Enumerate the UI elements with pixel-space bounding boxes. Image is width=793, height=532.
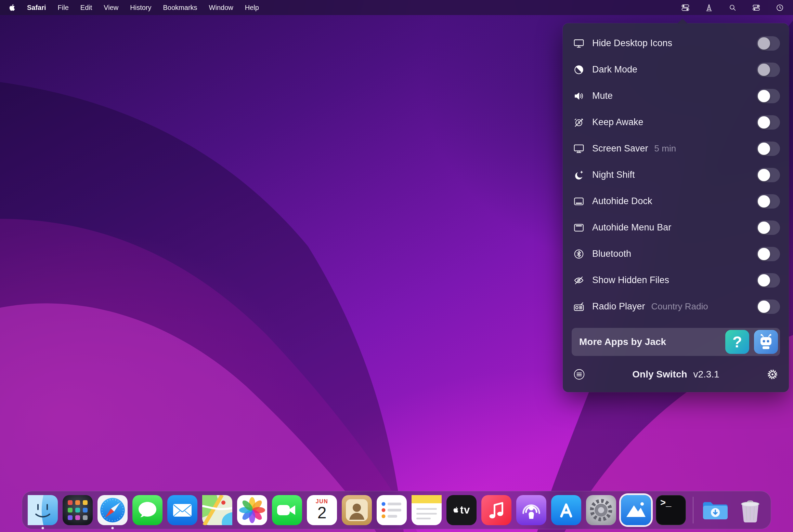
menu-view[interactable]: View <box>104 4 118 12</box>
dark-mode-toggle[interactable] <box>757 63 780 77</box>
toggle-label: Bluetooth <box>592 249 631 259</box>
show-hidden-files-toggle[interactable] <box>757 273 780 288</box>
toggle-knob <box>758 169 770 181</box>
music-dock-icon[interactable] <box>481 495 511 525</box>
radio-icon <box>572 301 586 312</box>
calendar-dock-icon[interactable]: JUN 2 <box>307 495 337 525</box>
toggle-knob <box>758 274 770 287</box>
apple-menu-icon[interactable] <box>9 4 15 11</box>
dock: JUN 2 tv <box>22 491 771 529</box>
keep-awake-icon <box>572 117 586 128</box>
toggle-knob <box>758 64 770 76</box>
only-switch-panel: Hide Desktop Icons Dark Mode Mute Keep A… <box>563 23 789 392</box>
apple-tv-logo: tv <box>446 495 477 525</box>
toggle-label: Dark Mode <box>592 64 637 75</box>
active-app-name[interactable]: Safari <box>27 4 46 12</box>
facetime-dock-icon[interactable] <box>272 495 302 525</box>
toggle-label: Autohide Menu Bar <box>592 222 671 233</box>
spotlight-search-icon[interactable] <box>728 3 737 12</box>
app-title-version: v2.3.1 <box>693 369 719 380</box>
podcasts-dock-icon[interactable] <box>516 495 546 525</box>
apple-tv-dock-icon[interactable]: tv <box>446 495 477 525</box>
photos-dock-icon[interactable] <box>237 495 267 525</box>
toggle-knob <box>758 90 770 102</box>
app-store-dock-icon[interactable] <box>551 495 581 525</box>
downloads-folder-dock-icon[interactable] <box>700 495 730 525</box>
more-apps-bar[interactable]: More Apps by Jack ? <box>572 328 780 356</box>
clock-icon[interactable] <box>776 3 784 12</box>
panel-caret <box>677 18 688 24</box>
control-center-icon[interactable] <box>752 3 760 12</box>
messages-dock-icon[interactable] <box>132 495 162 525</box>
night-shift-icon <box>572 169 586 181</box>
terminal-dock-icon[interactable]: >_ <box>656 495 686 525</box>
keep-awake-toggle[interactable] <box>757 115 780 130</box>
dark-mode-icon <box>572 64 586 76</box>
more-apps-label: More Apps by Jack <box>579 336 666 347</box>
hide-desktop-icons-toggle[interactable] <box>757 36 780 51</box>
hidden-files-icon <box>572 275 586 286</box>
menu-file[interactable]: File <box>58 4 69 12</box>
panel-menu-button[interactable] <box>572 368 587 381</box>
mountain-app-icon[interactable] <box>621 495 651 525</box>
trash-dock-icon[interactable] <box>735 495 765 525</box>
panel-footer: Only Switch v2.3.1 <box>572 365 780 383</box>
panel-row-screen-saver: Screen Saver 5 min <box>572 135 780 162</box>
app-title-name: Only Switch <box>632 369 687 380</box>
terminal-prompt-glyph: >_ <box>660 498 671 508</box>
reminders-dock-icon[interactable] <box>377 495 407 525</box>
screen-saver-icon <box>572 143 586 155</box>
panel-row-bluetooth: Bluetooth <box>572 241 780 267</box>
settings-gear-icon[interactable] <box>765 368 780 381</box>
mail-dock-icon[interactable] <box>167 495 197 525</box>
night-shift-toggle[interactable] <box>757 168 780 182</box>
autohide-dock-toggle[interactable] <box>757 194 780 209</box>
mute-toggle[interactable] <box>757 89 780 103</box>
safari-dock-icon[interactable] <box>98 495 128 525</box>
system-preferences-dock-icon[interactable] <box>586 495 616 525</box>
panel-row-radio-player: Radio Player Country Radio <box>572 293 780 320</box>
antenna-icon[interactable] <box>705 3 713 12</box>
finder-dock-icon[interactable] <box>28 495 58 525</box>
calendar-day: 2 <box>307 503 337 522</box>
notes-dock-icon[interactable] <box>412 495 442 525</box>
launchpad-dock-icon[interactable] <box>63 495 93 525</box>
autohide-dock-icon <box>572 196 586 207</box>
toggle-knob <box>758 222 770 234</box>
toggle-knob <box>758 248 770 260</box>
contacts-dock-icon[interactable] <box>342 495 372 525</box>
toggle-label: Hide Desktop Icons <box>592 38 672 49</box>
toggle-knob <box>758 143 770 155</box>
menu-edit[interactable]: Edit <box>80 4 92 12</box>
screen-saver-value: 5 min <box>654 143 676 154</box>
panel-row-show-hidden-files: Show Hidden Files <box>572 267 780 293</box>
display-icon <box>572 38 586 49</box>
bluetooth-toggle[interactable] <box>757 247 780 261</box>
question-app-icon[interactable]: ? <box>725 330 749 354</box>
toggle-knob <box>758 116 770 129</box>
toggle-label: Night Shift <box>592 170 635 180</box>
radio-player-toggle[interactable] <box>757 300 780 314</box>
radio-station-value: Country Radio <box>651 301 708 312</box>
menu-help[interactable]: Help <box>245 4 259 12</box>
toggle-label: Autohide Dock <box>592 196 652 207</box>
toggle-knob <box>758 37 770 50</box>
menu-bookmarks[interactable]: Bookmarks <box>163 4 197 12</box>
menu-window[interactable]: Window <box>209 4 233 12</box>
autohide-menu-bar-toggle[interactable] <box>757 221 780 235</box>
panel-row-dark-mode: Dark Mode <box>572 56 780 83</box>
robot-app-icon[interactable] <box>754 330 778 354</box>
bluetooth-icon <box>572 248 586 260</box>
switches-icon[interactable] <box>681 3 690 12</box>
autohide-menubar-icon <box>572 222 586 234</box>
toggle-label: Radio Player <box>592 301 645 312</box>
screen-saver-toggle[interactable] <box>757 142 780 156</box>
menu-bar: Safari File Edit View History Bookmarks … <box>0 0 793 15</box>
panel-row-autohide-dock: Autohide Dock <box>572 188 780 214</box>
launchpad-grid <box>63 495 93 525</box>
panel-row-hide-desktop-icons: Hide Desktop Icons <box>572 30 780 56</box>
apple-tv-label: tv <box>460 504 470 516</box>
menu-history[interactable]: History <box>130 4 151 12</box>
toggle-knob <box>758 195 770 208</box>
maps-dock-icon[interactable] <box>202 495 232 525</box>
